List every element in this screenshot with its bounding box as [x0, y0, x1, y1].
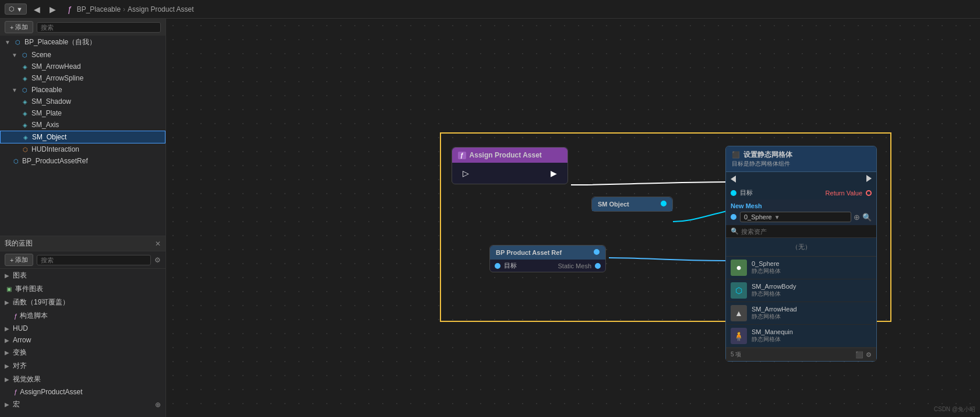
- new-mesh-add-btn[interactable]: ⊕: [854, 213, 860, 222]
- sidebar-item-bp-product-asset-ref[interactable]: ⬡ BP_ProductAssetRef: [0, 155, 165, 167]
- fn-icon: ƒ: [14, 388, 17, 395]
- sidebar-item-scene[interactable]: ▼ ⬡ Scene: [0, 49, 165, 61]
- exec-out-arrow: [866, 175, 872, 182]
- section-hud[interactable]: ▶ HUD: [0, 323, 165, 334]
- node-bp-product-asset-ref[interactable]: BP Product Asset Ref 目标 Static Mesh: [489, 245, 606, 272]
- canvas-area[interactable]: ƒ Assign Product Asset ▷ ▶ SM Object: [166, 19, 980, 417]
- graphs-chevron-icon: ▶: [5, 272, 9, 279]
- sidebar-item-sm-plate[interactable]: ◈ SM_Plate: [0, 107, 165, 119]
- add-label: 添加: [15, 23, 28, 31]
- top-bar: ⬡ ▼ ◀ ▶ ƒ BP_Placeable › Assign Product …: [0, 0, 980, 19]
- event-graph-label: 事件图表: [15, 284, 43, 294]
- sidebar-item-sm-object[interactable]: ◈ SM_Object: [0, 131, 165, 143]
- fn-item-assign[interactable]: ƒ AssignProductAsset: [0, 386, 165, 398]
- section-align[interactable]: ▶ 对齐: [0, 359, 165, 373]
- no-result-label: （无）: [726, 238, 876, 257]
- new-mesh-label: New Mesh: [731, 202, 872, 209]
- fwd-btn[interactable]: ▶: [47, 3, 58, 15]
- set-sm-header: ⬛ 设置静态网格体 目标是静态网格体组件: [726, 146, 876, 172]
- scene-label: Scene: [31, 51, 51, 59]
- sm-shadow-label: SM_Shadow: [31, 97, 71, 106]
- add-component-btn[interactable]: + 添加: [5, 21, 33, 33]
- node-sm-object[interactable]: SM Object: [591, 197, 673, 212]
- new-mesh-value-box[interactable]: 0_Sphere ▼: [740, 212, 851, 222]
- node-assign-product-asset[interactable]: ƒ Assign Product Asset ▷ ▶: [452, 147, 568, 184]
- breadcrumb-sep: ›: [123, 5, 125, 13]
- section-graphs[interactable]: ▶ 图表: [0, 269, 165, 282]
- footer-icon-btn2[interactable]: ⚙: [866, 351, 872, 359]
- pointer-chevron: ▼: [16, 6, 23, 13]
- asset-item-sm-arrowbody[interactable]: ⬡ SM_ArrowBody 静态网格体: [726, 279, 876, 302]
- add-label: 添加: [15, 255, 28, 264]
- settings-btn[interactable]: ⚙: [154, 256, 161, 264]
- sidebar-item-hud-interaction[interactable]: ⬡ HUDInteraction: [0, 143, 165, 155]
- sm-output-pin: [661, 201, 667, 208]
- asset-count: 5 项: [731, 351, 741, 359]
- component-search-input[interactable]: [37, 22, 161, 33]
- panel-header: 我的蓝图 ✕: [0, 236, 165, 251]
- functions-label: 函数（19可覆盖）: [13, 297, 69, 307]
- construct-label: 构造脚本: [20, 311, 48, 321]
- scene-chevron-icon: ▼: [12, 52, 17, 58]
- target-pin: [731, 190, 736, 196]
- section-transform[interactable]: ▶ 变换: [0, 346, 165, 359]
- sm-arrowbody-name: SM_ArrowBody: [752, 283, 796, 290]
- sidebar-item-placeable[interactable]: ▼ ⬡ Placeable: [0, 84, 165, 96]
- footer-icon-btn1[interactable]: ⬛: [855, 351, 863, 359]
- section-arrow[interactable]: ▶ Arrow: [0, 334, 165, 346]
- return-value-label: Return Value: [826, 190, 862, 197]
- asset-item-sm-manequin[interactable]: 🧍 SM_Manequin 静态网格体: [726, 325, 876, 348]
- arrow-label: Arrow: [13, 336, 31, 344]
- target-in-pin: [495, 263, 500, 269]
- asset-item-0sphere[interactable]: ● 0_Sphere 静态网格体: [726, 257, 876, 279]
- asset-search-input[interactable]: [741, 228, 872, 235]
- new-mesh-value: 0_Sphere: [744, 213, 772, 220]
- watermark: CSDN @兔小昭: [934, 405, 975, 414]
- macro-chevron-icon: ▶: [5, 401, 9, 408]
- static-mesh-label: Static Mesh: [558, 262, 591, 269]
- sidebar-item-sm-axis[interactable]: ◈ SM_Axis: [0, 119, 165, 131]
- transform-label: 变换: [13, 348, 27, 358]
- add-fn-btn[interactable]: + 添加: [5, 254, 33, 266]
- fn-icon: ƒ: [14, 313, 17, 320]
- section-macro[interactable]: ▶ 宏 ⊕: [0, 398, 165, 411]
- sm-icon: ◈: [21, 109, 29, 117]
- node-assign-body: ▷ ▶: [452, 163, 567, 184]
- new-mesh-pin: [731, 214, 736, 220]
- pointer-tool-btn[interactable]: ⬡ ▼: [5, 3, 27, 15]
- root-chevron-icon: ▼: [5, 39, 10, 45]
- node-set-static-mesh[interactable]: ⬛ 设置静态网格体 目标是静态网格体组件 目标 Return Value: [725, 146, 877, 362]
- sidebar-item-sm-arrowhead[interactable]: ◈ SM_ArrowHead: [0, 61, 165, 72]
- section-visual[interactable]: ▶ 视觉效果: [0, 373, 165, 386]
- sm-arrowbody-type: 静态网格体: [752, 290, 796, 298]
- sm-arrowhead-label: SM_ArrowHead: [31, 62, 81, 71]
- fn-item-construct[interactable]: ƒ 构造脚本: [0, 309, 165, 323]
- bp-icon: ⬡: [12, 157, 20, 165]
- left-sidebar: + 添加 ▼ ⬡ BP_Placeable（自我） ▼ ⬡ Scene ◈ SM…: [0, 19, 166, 417]
- bp-product-asset-ref-label: BP_ProductAssetRef: [22, 157, 88, 165]
- sm-manequin-type: 静态网格体: [752, 335, 793, 344]
- align-chevron-icon: ▶: [5, 363, 9, 369]
- sidebar-item-sm-arrowspline[interactable]: ◈ SM_ArrowSpline: [0, 72, 165, 84]
- plus-icon: +: [10, 257, 13, 264]
- sm-axis-label: SM_Axis: [31, 121, 59, 129]
- section-event-graph[interactable]: ▣ 事件图表: [0, 282, 165, 296]
- functions-chevron-icon: ▶: [5, 299, 9, 306]
- new-mesh-search-btn[interactable]: 🔍: [862, 213, 872, 222]
- section-functions[interactable]: ▶ 函数（19可覆盖）: [0, 296, 165, 309]
- transform-chevron-icon: ▶: [5, 349, 9, 356]
- mesh-dropdown-arrow: ▼: [774, 214, 780, 220]
- sidebar-item-sm-shadow[interactable]: ◈ SM_Shadow: [0, 96, 165, 107]
- sm-icon: ◈: [21, 62, 29, 71]
- visual-label: 视觉效果: [13, 374, 41, 384]
- root-label: BP_Placeable（自我）: [24, 37, 96, 47]
- scene-icon: ⬡: [21, 51, 29, 59]
- sidebar-item-root[interactable]: ▼ ⬡ BP_Placeable（自我）: [0, 36, 165, 49]
- sm-arrowbody-thumb: ⬡: [731, 282, 747, 299]
- asset-item-sm-arrowhead[interactable]: ▲ SM_ArrowHead 静态网格体: [726, 302, 876, 325]
- close-panel-btn[interactable]: ✕: [155, 240, 161, 248]
- back-btn[interactable]: ◀: [31, 3, 43, 15]
- add-macro-btn[interactable]: ⊕: [155, 401, 161, 409]
- fn-icon: ƒ: [68, 5, 72, 14]
- fn-search-input[interactable]: [37, 255, 151, 265]
